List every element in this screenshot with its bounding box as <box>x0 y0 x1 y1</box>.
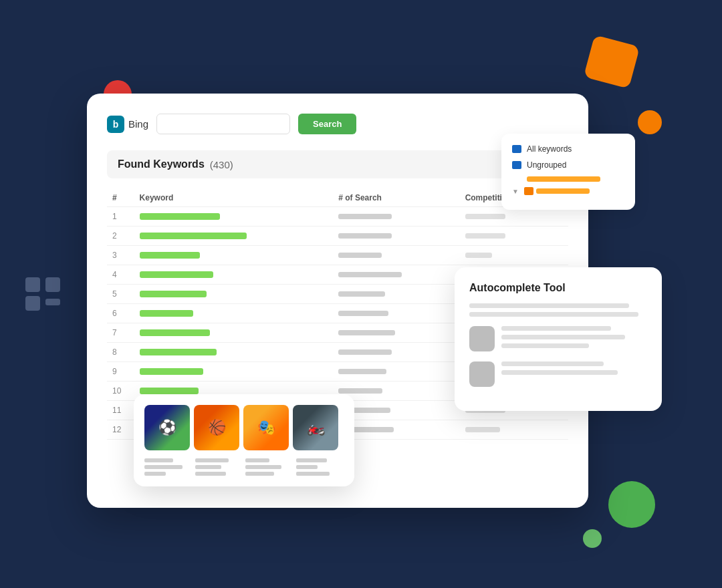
col-header-search: # of Search <box>333 189 459 207</box>
row-keyword <box>134 343 334 362</box>
kw-ungrouped-label: Ungrouped <box>527 160 566 170</box>
kw-all-keywords-item[interactable]: All keywords <box>512 144 624 154</box>
row-keyword <box>134 265 334 285</box>
img-text-bar-2-2 <box>195 465 221 469</box>
sidebar <box>0 0 87 588</box>
img-text-col-1 <box>144 458 193 476</box>
deco-orange-rect <box>584 35 640 89</box>
ac-line-1-3 <box>501 343 589 348</box>
table-row: 1 <box>107 207 568 227</box>
row-search <box>333 304 459 323</box>
kw-all-keywords-label: All keywords <box>527 144 572 154</box>
img-text-bar-1-1 <box>144 458 173 462</box>
row-num: 8 <box>107 343 134 362</box>
logo-square-2 <box>45 277 60 292</box>
images-text-rows <box>144 458 344 476</box>
row-search <box>333 246 459 265</box>
img-text-bar-4-3 <box>296 472 330 476</box>
ac-line-1-2 <box>501 335 625 339</box>
row-num: 2 <box>107 227 134 246</box>
img-text-bar-4-2 <box>296 465 318 469</box>
chevron-down-icon: ▼ <box>512 188 519 195</box>
basketball-image: 🏀 <box>194 405 239 450</box>
row-competition <box>460 246 568 265</box>
row-num: 1 <box>107 207 134 227</box>
img-thumb-soccer: ⚽ <box>144 405 190 450</box>
img-text-bar-3-3 <box>245 472 274 476</box>
logo-square-1 <box>25 277 40 292</box>
ac-line-2-2 <box>501 370 618 375</box>
row-search <box>333 382 459 401</box>
row-search <box>333 343 459 362</box>
kw-side-bar-2 <box>536 188 590 194</box>
ac-item-1-lines <box>501 326 647 352</box>
row-num: 9 <box>107 362 134 382</box>
row-num: 3 <box>107 246 134 265</box>
row-keyword <box>134 227 334 246</box>
search-button[interactable]: Search <box>298 114 356 134</box>
deco-orange-circle <box>638 110 662 134</box>
row-keyword <box>134 246 334 265</box>
ac-thumb-1 <box>469 326 495 351</box>
keywords-side-panel: All keywords Ungrouped ▼ <box>501 134 635 210</box>
table-row: 2 <box>107 227 568 246</box>
table-row: 3 <box>107 246 568 265</box>
deco-green-circle-small <box>583 529 602 548</box>
img-text-col-3 <box>245 458 293 476</box>
keywords-count: (430) <box>210 159 233 170</box>
img-text-bar-3-1 <box>245 458 269 462</box>
img-thumb-basketball: 🏀 <box>194 405 239 450</box>
kw-side-bar-1 <box>527 176 600 182</box>
img-text-bar-1-3 <box>144 472 166 476</box>
row-num: 12 <box>107 420 134 440</box>
ac-item-2 <box>469 361 647 387</box>
moto-image: 🏍️ <box>293 405 338 450</box>
folder-icon-blue-1 <box>512 145 521 153</box>
img-text-bar-2-3 <box>195 472 226 476</box>
row-search <box>333 362 459 382</box>
images-card: ⚽ 🏀 🎭 🏍️ <box>134 394 354 486</box>
row-competition <box>460 420 568 440</box>
autocomplete-title: Autocomplete Tool <box>469 282 647 294</box>
row-keyword <box>134 285 334 304</box>
kw-ungrouped-item[interactable]: Ungrouped <box>512 160 624 170</box>
logo-square-4 <box>45 299 60 305</box>
img-thumb-moto: 🏍️ <box>293 405 338 450</box>
autocomplete-card: Autocomplete Tool <box>455 267 662 411</box>
ac-thumb-2 <box>469 361 495 387</box>
row-keyword <box>134 304 334 323</box>
row-search <box>333 323 459 343</box>
ac-desc-line-1 <box>469 303 629 308</box>
row-search <box>333 227 459 246</box>
img-text-bar-1-2 <box>144 465 183 469</box>
search-input[interactable] <box>156 114 290 134</box>
folder-icon-orange <box>524 187 533 195</box>
ac-item-1 <box>469 326 647 352</box>
row-keyword <box>134 323 334 343</box>
row-competition <box>460 227 568 246</box>
soccer-image: ⚽ <box>144 405 190 450</box>
row-search <box>333 207 459 227</box>
row-num: 4 <box>107 265 134 285</box>
ac-item-2-lines <box>501 361 647 387</box>
keywords-title: Found Keywords <box>118 158 205 170</box>
bing-icon: b <box>107 116 124 133</box>
img-text-bar-2-1 <box>195 458 229 462</box>
app-logo <box>25 277 62 311</box>
row-num: 7 <box>107 323 134 343</box>
bing-icon-letter: b <box>113 119 119 130</box>
search-bar: b Bing Search <box>107 114 568 134</box>
row-num: 10 <box>107 382 134 401</box>
row-num: 6 <box>107 304 134 323</box>
logo-square-3 <box>25 296 40 311</box>
row-keyword <box>134 362 334 382</box>
ac-line-2-1 <box>501 361 604 366</box>
bing-logo: b Bing <box>107 116 148 133</box>
col-header-num: # <box>107 189 134 207</box>
col-header-keyword: Keyword <box>134 189 334 207</box>
folder-icon-blue-2 <box>512 161 521 169</box>
row-search <box>333 265 459 285</box>
ac-desc-line-2 <box>469 312 638 317</box>
bing-label: Bing <box>128 118 148 130</box>
img-text-col-2 <box>195 458 243 476</box>
